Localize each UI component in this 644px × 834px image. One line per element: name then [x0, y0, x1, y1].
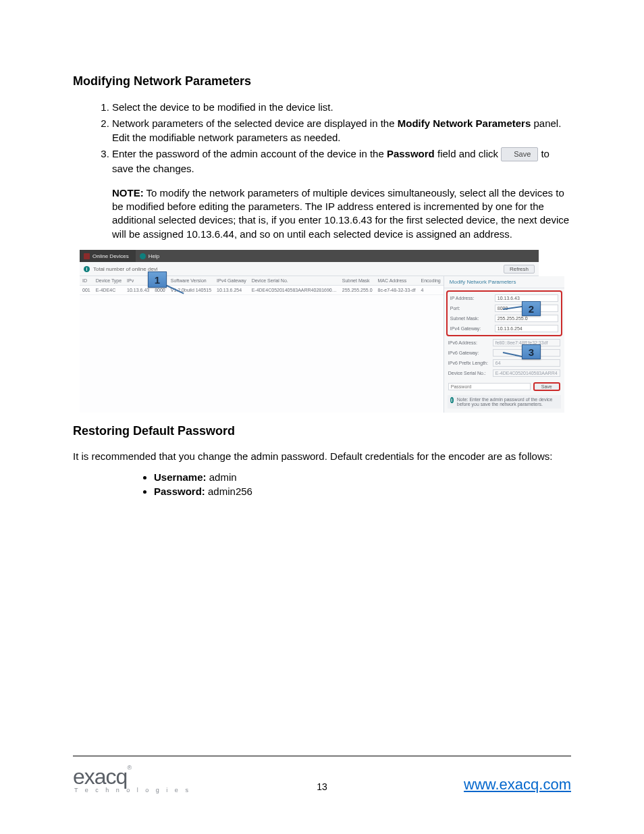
page-number: 13 [317, 781, 327, 792]
heading-restoring: Restoring Default Password [73, 424, 571, 438]
credentials-list: Username: admin Password: admin256 [73, 471, 571, 497]
steps-list: Select the device to be modified in the … [73, 101, 571, 176]
help-icon [140, 253, 146, 259]
tab-help[interactable]: Help [136, 250, 166, 262]
editable-fields-group: IP Address: Port: Subnet Mask: IPv4 Gate… [446, 290, 562, 336]
device-table: ID Device Type IPv Port Software Version… [80, 276, 444, 295]
devices-icon [84, 253, 90, 259]
cred-username: Username: admin [154, 471, 571, 483]
table-header-row: ID Device Type IPv Port Software Version… [80, 276, 444, 286]
save-button-inline[interactable]: Save [501, 147, 538, 161]
table-row[interactable]: 001 E-4DE4C 10.13.6.43 8000 V1.2.0build … [80, 286, 444, 295]
heading-modifying: Modifying Network Parameters [73, 74, 571, 88]
info-icon: i [450, 397, 454, 403]
app-screenshot: 1 Online Devices Help i Total number of … [80, 250, 539, 413]
restore-intro: It is recommended that you change the ad… [73, 450, 571, 462]
ipv4-gateway-input[interactable] [495, 325, 558, 332]
panel-save-button[interactable]: Save [533, 382, 560, 391]
app-toolbar: Online Devices Help [80, 250, 539, 262]
exacq-url-link[interactable]: www.exacq.com [464, 776, 571, 793]
serial-input [493, 369, 560, 377]
cred-password: Password: admin256 [154, 486, 571, 497]
exacq-logo: exacq® T e c h n o l o g i e s [73, 764, 191, 793]
info-icon: i [84, 266, 90, 272]
modify-panel: Modify Network Parameters IP Address: Po… [444, 276, 564, 413]
tab-online-devices[interactable]: Online Devices [80, 250, 136, 262]
note-block: NOTE: To modify the network parameters o… [112, 186, 571, 241]
step-3: Enter the password of the admin account … [112, 147, 571, 176]
refresh-button[interactable]: Refresh [504, 265, 535, 273]
step-1: Select the device to be modified in the … [112, 101, 571, 114]
password-input[interactable] [448, 383, 531, 390]
panel-title: Modify Network Parameters [444, 276, 564, 288]
device-table-area: ID Device Type IPv Port Software Version… [80, 276, 444, 413]
panel-note: i Note: Enter the admin password of the … [448, 395, 561, 409]
step-2: Network parameters of the selected devic… [112, 117, 571, 145]
page-footer: exacq® T e c h n o l o g i e s 13 www.ex… [73, 756, 571, 793]
ipv6-prefix-input[interactable] [493, 359, 560, 367]
